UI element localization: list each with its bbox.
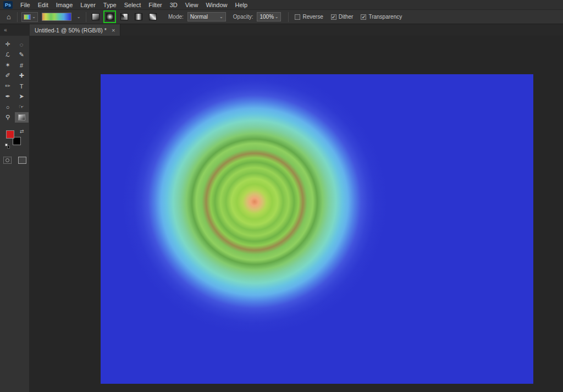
mode-value: Normal — [190, 14, 208, 20]
move-tool[interactable]: ✛ — [1, 39, 15, 49]
zoom-tool-icon: ⚲ — [5, 114, 10, 121]
gradient-picker-button[interactable]: ⌄ — [75, 12, 82, 22]
pen-tool[interactable]: ✒ — [1, 91, 15, 102]
magic-wand-tool-icon: ✶ — [5, 62, 10, 69]
dither-checkbox-box[interactable]: ✓ — [331, 14, 336, 20]
shape-tool-icon: ○ — [6, 104, 10, 111]
quick-selection-tool-icon: ✎ — [19, 51, 24, 58]
menu-filter[interactable]: Filter — [145, 0, 165, 10]
opacity-value: 100% — [260, 14, 274, 20]
menu-select[interactable]: Select — [120, 0, 145, 10]
path-selection-tool-icon: ➤ — [19, 93, 24, 100]
elliptical-marquee-tool[interactable]: ◌ — [15, 39, 29, 49]
close-icon[interactable]: × — [112, 27, 115, 34]
menu-view[interactable]: View — [181, 0, 202, 10]
mode-select[interactable]: Normal ⌄ — [187, 12, 226, 21]
foreground-color-swatch[interactable] — [6, 130, 14, 139]
brush-tool-icon: ✏ — [5, 82, 10, 90]
spot-healing-tool-icon: ✚ — [19, 72, 24, 79]
toolbar-collapse-icon[interactable]: « — [2, 24, 9, 36]
opacity-select[interactable]: 100% ⌄ — [257, 12, 281, 21]
chevron-down-icon: ⌄ — [275, 15, 279, 19]
document-tab[interactable]: Untitled-1 @ 50% (RGB/8) * × — [30, 24, 120, 36]
transparency-checkbox[interactable]: ✓ Transparency — [361, 14, 402, 20]
radial-gradient-button[interactable] — [104, 12, 115, 22]
angle-gradient-icon — [120, 13, 128, 20]
angle-gradient-button[interactable] — [119, 12, 129, 22]
tools-panel: ✛ ◌ ℒ ✎ ✶ # ✐ ✚ ✏ T ✒ ➤ ○ ☞ ⚲ ⇄ — [0, 36, 30, 392]
color-swatches: ⇄ — [5, 130, 25, 149]
lasso-tool[interactable]: ℒ — [1, 49, 15, 60]
menu-3d[interactable]: 3D — [166, 0, 181, 10]
eyedropper-tool[interactable]: ✐ — [1, 70, 15, 81]
quick-mask-icon[interactable] — [3, 157, 12, 164]
hand-tool-icon: ☞ — [19, 103, 24, 111]
document-tab-bar: « Untitled-1 @ 50% (RGB/8) * × — [0, 24, 563, 36]
document-tab-title: Untitled-1 @ 50% (RGB/8) * — [35, 27, 107, 34]
dither-checkbox[interactable]: ✓ Dither — [331, 14, 354, 20]
reflected-gradient-icon — [135, 13, 142, 20]
tool-options-bar: ⌂ ⌄ ⌄ Mode: Normal ⌄ Opacity: 100% ⌄ Rev… — [0, 10, 563, 24]
photoshop-logo: Ps — [3, 1, 13, 9]
tool-grid: ✛ ◌ ℒ ✎ ✶ # ✐ ✚ ✏ T ✒ ➤ ○ ☞ ⚲ — [1, 39, 29, 123]
menu-type[interactable]: Type — [100, 0, 120, 10]
menu-window[interactable]: Window — [202, 0, 231, 10]
quick-selection-tool[interactable]: ✎ — [15, 49, 29, 60]
chevron-down-icon: ⌄ — [32, 15, 36, 19]
opacity-label: Opacity: — [233, 14, 253, 20]
toolbar-bottom-icons — [3, 157, 26, 164]
chevron-down-icon: ⌄ — [219, 15, 223, 19]
magic-wand-tool[interactable]: ✶ — [1, 60, 15, 70]
swap-colors-icon[interactable]: ⇄ — [20, 129, 24, 134]
default-colors-icon[interactable] — [5, 143, 10, 148]
path-selection-tool[interactable]: ➤ — [15, 91, 29, 102]
divider — [17, 12, 18, 22]
type-tool-icon: T — [20, 83, 24, 90]
dither-checkbox-label: Dither — [339, 14, 354, 20]
menu-layer[interactable]: Layer — [76, 0, 100, 10]
pen-tool-icon: ✒ — [5, 93, 10, 100]
crop-tool[interactable]: # — [15, 60, 29, 70]
menu-image[interactable]: Image — [52, 0, 77, 10]
reverse-checkbox[interactable]: Reverse — [295, 14, 323, 20]
divider — [86, 12, 86, 22]
transparency-checkbox-label: Transparency — [368, 14, 402, 20]
default-background-mini — [7, 146, 10, 148]
divider — [288, 12, 289, 22]
transparency-checkbox-box[interactable]: ✓ — [361, 14, 366, 20]
linear-gradient-button[interactable] — [90, 12, 101, 22]
elliptical-marquee-tool-icon: ◌ — [20, 41, 24, 48]
menu-help[interactable]: Help — [231, 0, 252, 10]
spot-healing-tool[interactable]: ✚ — [15, 70, 29, 81]
hand-tool[interactable]: ☞ — [15, 102, 29, 112]
menu-edit[interactable]: Edit — [34, 0, 52, 10]
radial-gradient-icon — [106, 13, 114, 20]
chevron-down-icon: ⌄ — [77, 15, 81, 19]
menu-bar: Ps File Edit Image Layer Type Select Fil… — [0, 0, 563, 10]
diamond-gradient-button[interactable] — [147, 12, 158, 22]
pasteboard — [30, 36, 563, 392]
type-tool[interactable]: T — [15, 81, 29, 91]
home-icon[interactable]: ⌂ — [4, 13, 13, 21]
lasso-tool-icon: ℒ — [5, 51, 10, 58]
reverse-checkbox-label: Reverse — [302, 14, 323, 20]
screen-mode-icon[interactable] — [18, 157, 26, 164]
linear-gradient-icon — [92, 13, 100, 20]
zoom-tool[interactable]: ⚲ — [1, 112, 15, 123]
diamond-gradient-icon — [149, 13, 157, 20]
reflected-gradient-button[interactable] — [133, 12, 143, 22]
mode-label: Mode: — [168, 14, 184, 20]
shape-tool[interactable]: ○ — [1, 102, 15, 112]
gradient-preview-bar[interactable] — [42, 13, 71, 21]
gradient-tool[interactable] — [15, 112, 29, 123]
tool-preset-gradient-icon — [24, 14, 31, 20]
tool-preset-picker[interactable]: ⌄ — [21, 12, 38, 22]
reverse-checkbox-box[interactable] — [295, 14, 300, 20]
move-tool-icon: ✛ — [5, 41, 10, 48]
menu-file[interactable]: File — [16, 0, 34, 10]
document-canvas[interactable] — [101, 74, 533, 384]
crop-tool-icon: # — [20, 62, 23, 69]
gradient-option-checkboxes: Reverse ✓ Dither ✓ Transparency — [295, 14, 402, 20]
gradient-tool-icon — [18, 114, 25, 120]
brush-tool[interactable]: ✏ — [1, 81, 15, 91]
